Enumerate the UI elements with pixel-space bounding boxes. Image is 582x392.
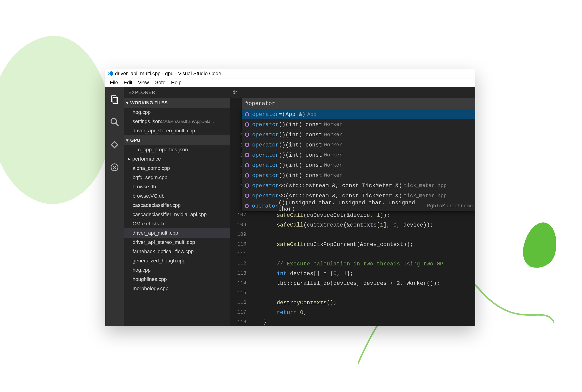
suggestion-signature: ()(unsigned char, unsigned char, unsigne… (279, 200, 425, 212)
project-header[interactable]: ▾ GPU (124, 135, 230, 145)
symbol-search-value: #operator (245, 100, 275, 107)
vscode-logo-icon (107, 71, 113, 76)
code-line[interactable]: int devices[] = {0, 1}; (250, 270, 475, 277)
code-line[interactable]: safeCall(cuCtxCreate(&contexts[1], 0, de… (250, 222, 475, 228)
method-icon (244, 183, 250, 188)
suggestion-context: tick_meter.hpp (404, 193, 447, 199)
suggestion-keyword: operator (252, 193, 279, 199)
suggestion-item[interactable]: operator()(int) constWorker (242, 150, 475, 160)
suggestion-keyword: operator (252, 152, 279, 158)
line-number: 110 (230, 241, 250, 247)
suggestion-keyword: operator (252, 132, 279, 138)
line-number: 117 (230, 310, 250, 315)
suggestion-item[interactable]: operator()(int) constWorker (242, 170, 475, 180)
working-file-item[interactable]: settings.json C:\Users\aasthan\AppData..… (124, 117, 230, 126)
suggestion-signature: =(App &) (279, 111, 305, 118)
suggestion-context: App (307, 112, 316, 117)
chevron-down-icon: ▾ (126, 100, 128, 106)
symbol-suggest-list: operator=(App &)Appoperator()(int) const… (242, 109, 475, 211)
file-tree-item[interactable]: farneback_optical_flow.cpp (124, 247, 230, 256)
code-line[interactable]: tbb::parallel_do(devices, devices + 2, W… (250, 280, 475, 286)
line-number: 107 (230, 212, 250, 218)
suggestion-item[interactable]: operator<<(std::ostream &, const TickMet… (242, 191, 475, 201)
suggestion-item[interactable]: operator()(int) constWorker (242, 160, 475, 170)
working-file-item[interactable]: hog.cpp (124, 108, 230, 117)
suggestion-context: Worker (324, 162, 342, 168)
menu-file[interactable]: File (107, 79, 121, 86)
suggestion-signature: ()(int) const (279, 172, 322, 179)
code-line[interactable]: return 0; (250, 310, 475, 316)
title-bar: driver_api_multi.cpp - gpu - Visual Stud… (105, 69, 475, 78)
file-tree-item[interactable]: CMakeLists.txt (124, 219, 230, 228)
method-icon (244, 142, 250, 148)
suggestion-context: Worker (324, 142, 342, 148)
menu-edit[interactable]: Edit (121, 79, 135, 86)
suggestion-item[interactable]: operator()(int) constWorker (242, 140, 475, 150)
svg-rect-1 (113, 98, 117, 104)
vscode-window: driver_api_multi.cpp - gpu - Visual Stud… (105, 69, 475, 326)
chevron-down-icon: ▾ (126, 138, 128, 143)
suggestion-context: RgbToMonochrome (427, 203, 473, 209)
file-tree-item[interactable]: bgfg_segm.cpp (124, 173, 230, 182)
menu-help[interactable]: Help (168, 79, 184, 86)
menu-goto[interactable]: Goto (152, 79, 168, 86)
file-tree-item[interactable]: browse.VC.db (124, 191, 230, 201)
line-number: 116 (230, 300, 250, 306)
suggestion-context: tick_meter.hpp (404, 183, 447, 188)
file-name: morphology.cpp (132, 286, 168, 292)
file-tree-item[interactable]: c_cpp_properties.json (124, 145, 230, 154)
file-tree-item[interactable]: generalized_hough.cpp (124, 256, 230, 266)
folder-tree-item[interactable]: ▸performance (124, 154, 230, 164)
suggestion-item[interactable]: operator<<(std::ostream &, const TickMet… (242, 180, 475, 191)
file-name: alpha_comp.cpp (132, 165, 170, 171)
line-number: 115 (230, 290, 250, 296)
suggestion-item[interactable]: operator()(int) constWorker (242, 120, 475, 130)
file-name: cascadeclassifier.cpp (132, 202, 181, 208)
file-tree-item[interactable]: driver_api_stereo_multi.cpp (124, 238, 230, 247)
suggestion-item[interactable]: operator()(int) constWorker (242, 130, 475, 140)
file-name: browse.db (132, 184, 156, 190)
working-files-label: WORKING FILES (130, 100, 167, 106)
file-tree-item[interactable]: houghlines.cpp (124, 275, 230, 284)
explorer-icon[interactable] (109, 94, 120, 105)
symbol-search-input[interactable]: #operator (242, 98, 475, 109)
suggestion-signature: <<(std::ostream &, const TickMeter &) (279, 182, 402, 189)
file-tree-item[interactable]: cascadeclassifier_nvidia_api.cpp (124, 210, 230, 219)
file-tree-item[interactable]: browse.db (124, 182, 230, 191)
code-line[interactable]: destroyContexts(); (250, 300, 475, 306)
file-tree-item[interactable]: driver_api_multi.cpp (124, 228, 230, 238)
suggestion-item[interactable]: operator=(App &)App (242, 109, 475, 120)
file-tree-item[interactable]: morphology.cpp (124, 284, 230, 293)
suggestion-keyword: operator (252, 162, 279, 168)
suggestion-keyword: operator (252, 122, 279, 128)
source-control-icon[interactable] (109, 139, 120, 150)
code-line[interactable]: safeCall(cuCtxPopCurrent(&prev_context))… (250, 241, 475, 248)
menu-view[interactable]: View (135, 79, 151, 86)
suggestion-keyword: operator (252, 172, 279, 179)
suggestion-signature: ()(int) const (279, 162, 322, 168)
debug-icon[interactable] (109, 162, 120, 173)
file-tree-item[interactable]: alpha_comp.cpp (124, 164, 230, 173)
code-line[interactable]: } (250, 319, 475, 325)
decorative-leaf (520, 219, 561, 272)
chevron-right-icon: ▸ (128, 156, 130, 162)
file-name: driver_api_stereo_multi.cpp (132, 239, 195, 245)
file-tree-item[interactable]: hog.cpp (124, 266, 230, 275)
search-icon[interactable] (109, 116, 120, 128)
code-line[interactable]: safeCall(cuDeviceGet(&device, 1)); (250, 212, 475, 218)
working-file-item[interactable]: driver_api_stereo_multi.cpp (124, 126, 230, 135)
method-icon (244, 122, 250, 127)
file-tree-item[interactable]: cascadeclassifier.cpp (124, 201, 230, 210)
file-name: browse.VC.db (132, 193, 164, 199)
line-number: 108 (230, 222, 250, 228)
code-area[interactable]: #operator operator=(App &)Appoperator()(… (230, 98, 475, 326)
svg-line-3 (116, 123, 118, 126)
explorer-sidebar: EXPLORER ▾ WORKING FILES hog.cppsettings… (124, 87, 230, 326)
working-files-header[interactable]: ▾ WORKING FILES (124, 98, 230, 108)
file-name: hog.cpp (132, 109, 151, 115)
file-name: settings.json (132, 118, 161, 124)
file-name: farneback_optical_flow.cpp (132, 248, 194, 254)
suggestion-item[interactable]: operator()(unsigned char, unsigned char,… (242, 201, 475, 211)
code-line[interactable]: // Execute calculation in two threads us… (250, 261, 475, 267)
file-name: performance (132, 156, 161, 162)
